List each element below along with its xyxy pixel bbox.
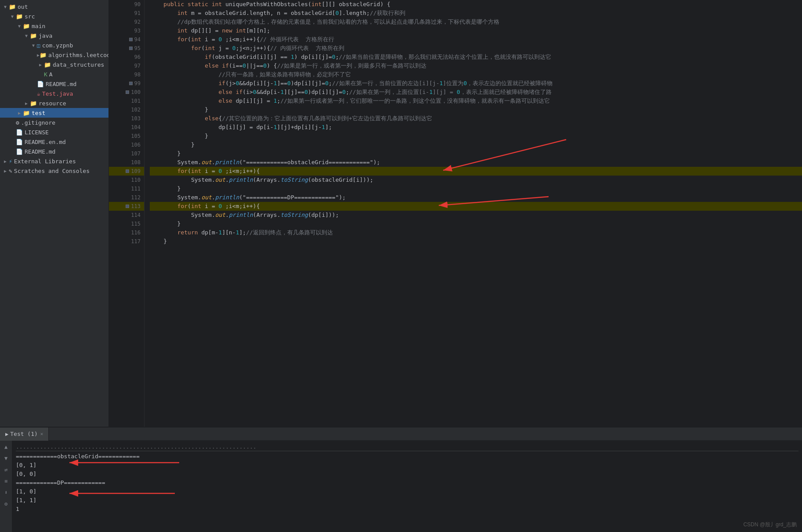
tab-close-button[interactable]: ✕ (40, 431, 43, 437)
sidebar-label-src: src (25, 13, 35, 20)
scratches-icon: ✎ (9, 168, 12, 174)
sidebar-item-readme-en[interactable]: ▶ 📄 README.en.md (0, 137, 108, 147)
scroll-up-button[interactable]: ▲ (2, 442, 11, 451)
console-tab-test[interactable]: ▶ Test (1) ✕ (0, 428, 49, 441)
gitignore-icon: ⚙ (16, 119, 19, 126)
sidebar-label-gitignore: .gitignore (21, 119, 55, 126)
sidebar-label-resource: resource (39, 100, 66, 107)
sidebar-item-scratches[interactable]: ▶ ✎ Scratches and Consoles (0, 166, 108, 176)
console-tab-label: Test (1) (10, 431, 38, 437)
expand-arrow-java: ▼ (23, 33, 30, 38)
sidebar-item-test[interactable]: ▶ 📁 test (0, 108, 108, 118)
console-output-line: 1 (16, 505, 798, 514)
sidebar-label-out: out (18, 4, 28, 10)
folder-icon-out: 📁 (9, 4, 16, 10)
sidebar-item-testjava[interactable]: ▶ ☕ Test.java (0, 89, 108, 98)
sidebar-item-readme[interactable]: ▶ 📄 README.md (0, 147, 108, 156)
expand-arrow-scratches: ▶ (2, 169, 9, 173)
sidebar-label-scratches: Scratches and Consoles (14, 168, 90, 174)
expand-arrow-extlibs: ▶ (2, 159, 9, 164)
md-icon-1: 📄 (37, 81, 44, 87)
expand-arrow-main: ▼ (16, 24, 23, 29)
code-content[interactable]: public static int uniquePathsWithObstacl… (145, 0, 802, 427)
folder-icon-ds: 📁 (44, 61, 51, 68)
sidebar-label-datastructs: data_structures (53, 61, 104, 68)
console-output-line: ============DP============ (16, 478, 798, 487)
sidebar-label-A: A (49, 71, 53, 78)
sidebar-item-main[interactable]: ▼ 📁 main (0, 21, 108, 31)
package-icon: ◫ (37, 42, 40, 49)
expand-arrow-src: ▼ (9, 14, 16, 19)
readme-en-icon: 📄 (16, 139, 23, 145)
bottom-panel: ▶ Test (1) ✕ ▲ ▼ ⇄ ≡ ⬇ ⚙ ...............… (0, 427, 802, 532)
console-output-line: [0, 1] (16, 461, 798, 470)
sidebar-label-readme-en: README.en.md (25, 139, 66, 145)
sidebar-label-main: main (32, 23, 45, 29)
sidebar-item-readmemd[interactable]: ▶ 📄 README.md (0, 79, 108, 89)
folder-icon-test: 📁 (23, 110, 30, 116)
sidebar-item-resource[interactable]: ▶ 📁 resource (0, 98, 108, 108)
license-icon: 📄 (16, 129, 23, 136)
extlib-icon: ⚡ (9, 158, 12, 165)
file-tree: ▼ 📁 out ▼ 📁 src ▼ 📁 main ▼ 📁 java ▼ ◫ co… (0, 0, 109, 427)
kotlin-icon: K (44, 71, 47, 78)
sidebar-item-license[interactable]: ▶ 📄 LICENSE (0, 127, 108, 137)
console-sidebar: ▲ ▼ ⇄ ≡ ⬇ ⚙ (0, 441, 12, 532)
java-icon: ☕ (37, 90, 40, 97)
console-line-separator: ........................................… (16, 442, 798, 451)
readme-icon: 📄 (16, 148, 23, 155)
sidebar-item-A[interactable]: ▶ K A (0, 69, 108, 79)
folder-icon-src: 📁 (16, 13, 23, 20)
sidebar-item-src[interactable]: ▼ 📁 src (0, 11, 108, 21)
pin-button[interactable]: ⬇ (2, 488, 11, 497)
line-number-gutter: 9091929394959697989910010110210310410510… (109, 0, 145, 427)
code-editor: 9091929394959697989910010110210310410510… (109, 0, 802, 427)
stop-button[interactable]: ≡ (2, 477, 11, 485)
watermark: CSDN @殷丿grd_志鹏 (743, 521, 797, 528)
folder-icon-resource: 📁 (30, 100, 37, 107)
expand-arrow-resource: ▶ (23, 101, 30, 106)
sidebar-label-algorithms: algorithms.leetcode (48, 52, 109, 58)
console-output-line: [1, 0] (16, 487, 798, 496)
sidebar-label-java: java (39, 32, 52, 39)
sidebar-label-testjava: Test.java (42, 90, 73, 97)
console-output: ........................................… (12, 441, 802, 532)
sidebar-item-extlibs[interactable]: ▶ ⚡ External Libraries (0, 156, 108, 166)
sidebar-label-extlibs: External Libraries (14, 158, 76, 165)
sidebar-item-datastructs[interactable]: ▶ 📁 data_structures (0, 60, 108, 69)
sidebar-item-out[interactable]: ▼ 📁 out (0, 2, 108, 11)
console-output-line: ============obstacleGrid============ (16, 452, 798, 461)
expand-arrow-ds: ▶ (37, 62, 44, 67)
folder-icon-java: 📁 (30, 32, 37, 39)
sidebar-label-readmemd: README.md (46, 81, 76, 87)
settings-button[interactable]: ⚙ (2, 500, 11, 508)
console-output-line: [0, 0] (16, 470, 798, 478)
folder-icon-alg: 📁 (40, 52, 47, 58)
sidebar-label-comyzpnb: com.yzpnb (42, 42, 73, 49)
console-content: ▲ ▼ ⇄ ≡ ⬇ ⚙ ............................… (0, 441, 802, 532)
scroll-down-button[interactable]: ▼ (2, 454, 11, 463)
console-output-line: [1, 1] (16, 496, 798, 505)
sidebar-item-gitignore[interactable]: ▶ ⚙ .gitignore (0, 118, 108, 127)
sidebar-item-java[interactable]: ▼ 📁 java (0, 31, 108, 40)
expand-arrow-test: ▶ (16, 111, 23, 115)
sidebar-label-license: LICENSE (25, 129, 49, 136)
expand-arrow-comyzpnb: ▼ (30, 43, 37, 48)
sidebar-item-comyzpnb[interactable]: ▼ ◫ com.yzpnb (0, 40, 108, 50)
console-tabs: ▶ Test (1) ✕ (0, 428, 802, 441)
sidebar-label-readme: README.md (25, 148, 55, 155)
restart-button[interactable]: ⇄ (2, 465, 11, 474)
folder-icon-main: 📁 (23, 23, 30, 29)
sidebar-item-algorithms[interactable]: ▶ 📁 algorithms.leetcode (0, 50, 108, 60)
sidebar-label-test: test (32, 110, 45, 116)
expand-arrow-out: ▼ (2, 4, 9, 9)
